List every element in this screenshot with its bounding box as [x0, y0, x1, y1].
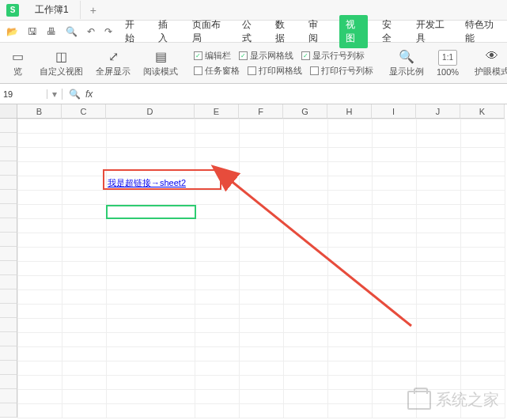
cell[interactable] — [62, 119, 107, 134]
cell[interactable] — [373, 176, 417, 191]
workbook-tab[interactable]: 工作簿1 — [24, 1, 81, 19]
cell[interactable] — [373, 134, 417, 148]
cell[interactable] — [284, 305, 328, 319]
cell[interactable] — [417, 134, 461, 148]
row-header[interactable] — [0, 275, 17, 289]
ribbon-read-mode[interactable]: ▤ 阅读模式 — [138, 48, 183, 78]
open-icon[interactable]: 📂 — [6, 26, 18, 37]
cell[interactable] — [62, 191, 107, 205]
cell[interactable] — [373, 233, 417, 248]
col-header[interactable]: I — [372, 104, 416, 119]
undo-icon[interactable]: ↶ — [87, 26, 95, 37]
preview-icon[interactable]: 🔍 — [66, 26, 78, 37]
cell[interactable] — [417, 176, 461, 191]
cb-print-rowcol[interactable]: 打印行号列标 — [310, 65, 373, 77]
cell[interactable] — [62, 361, 107, 376]
cell[interactable] — [284, 333, 328, 347]
cell[interactable] — [417, 205, 461, 219]
cell[interactable] — [461, 233, 505, 248]
cell[interactable] — [284, 276, 328, 290]
cell[interactable] — [284, 390, 328, 404]
cell[interactable] — [62, 347, 107, 361]
fx-icon[interactable]: fx — [85, 89, 93, 100]
cell[interactable] — [328, 276, 373, 290]
cell[interactable] — [62, 248, 107, 262]
cell[interactable] — [62, 205, 107, 219]
cell[interactable] — [107, 376, 195, 390]
col-header[interactable]: E — [195, 104, 239, 119]
cell[interactable] — [240, 361, 284, 376]
cell[interactable] — [18, 305, 62, 319]
cell[interactable] — [18, 191, 62, 205]
cell[interactable] — [461, 205, 505, 219]
cell[interactable] — [284, 347, 328, 361]
cell[interactable] — [107, 205, 195, 219]
cell[interactable] — [417, 219, 461, 233]
col-header[interactable]: C — [62, 104, 106, 119]
cb-task-pane[interactable]: 任务窗格 — [194, 65, 240, 77]
tab-data[interactable]: 数据 — [272, 15, 294, 48]
cell[interactable] — [373, 262, 417, 276]
col-header[interactable]: F — [239, 104, 283, 119]
cell[interactable] — [284, 191, 328, 205]
cell[interactable] — [107, 233, 195, 248]
cell[interactable] — [461, 162, 505, 176]
cell[interactable] — [417, 305, 461, 319]
cell[interactable] — [328, 176, 373, 191]
cell[interactable] — [373, 119, 417, 134]
row-header[interactable] — [0, 176, 17, 190]
ribbon-eye-protect[interactable]: 👁 护眼模式 — [470, 48, 507, 78]
cell[interactable] — [240, 119, 284, 134]
cell[interactable] — [240, 148, 284, 162]
cell[interactable] — [62, 219, 107, 233]
cell[interactable] — [461, 219, 505, 233]
cell[interactable] — [18, 390, 62, 404]
cell[interactable] — [195, 162, 240, 176]
cell[interactable] — [107, 333, 195, 347]
cell[interactable] — [240, 262, 284, 276]
cell[interactable] — [107, 290, 195, 305]
cell[interactable] — [328, 191, 373, 205]
save-icon[interactable]: 🖫 — [28, 26, 37, 37]
cell[interactable] — [328, 290, 373, 305]
cell[interactable] — [18, 134, 62, 148]
cell[interactable] — [195, 319, 240, 333]
cell[interactable] — [461, 333, 505, 347]
row-header[interactable] — [0, 403, 17, 418]
cell[interactable] — [284, 119, 328, 134]
row-header[interactable] — [0, 318, 17, 332]
cell[interactable] — [328, 376, 373, 390]
cell[interactable] — [62, 233, 107, 248]
cell[interactable] — [62, 262, 107, 276]
cell[interactable] — [62, 333, 107, 347]
row-header[interactable] — [0, 375, 17, 389]
cell[interactable] — [461, 361, 505, 376]
cell[interactable] — [195, 361, 240, 376]
cell[interactable] — [18, 205, 62, 219]
cell[interactable] — [240, 319, 284, 333]
cell[interactable] — [328, 148, 373, 162]
cell[interactable] — [284, 148, 328, 162]
ribbon-zoom-100[interactable]: 1:1 100% — [432, 50, 463, 77]
cell[interactable] — [107, 276, 195, 290]
cell[interactable] — [240, 205, 284, 219]
cell[interactable] — [18, 162, 62, 176]
cell[interactable] — [195, 305, 240, 319]
cell[interactable] — [461, 119, 505, 134]
row-header[interactable] — [0, 218, 17, 233]
cell[interactable] — [18, 333, 62, 347]
cell[interactable] — [195, 233, 240, 248]
fx-search-icon[interactable]: 🔍 — [69, 89, 81, 100]
cell[interactable] — [328, 119, 373, 134]
cell[interactable] — [62, 162, 107, 176]
cell[interactable] — [284, 219, 328, 233]
cell[interactable] — [461, 347, 505, 361]
cell[interactable] — [195, 404, 240, 418]
cell[interactable] — [18, 347, 62, 361]
cell[interactable] — [240, 233, 284, 248]
cell[interactable] — [461, 262, 505, 276]
cell[interactable] — [18, 290, 62, 305]
cell[interactable] — [417, 347, 461, 361]
cell[interactable] — [284, 205, 328, 219]
tab-special[interactable]: 特色功能 — [462, 15, 501, 48]
